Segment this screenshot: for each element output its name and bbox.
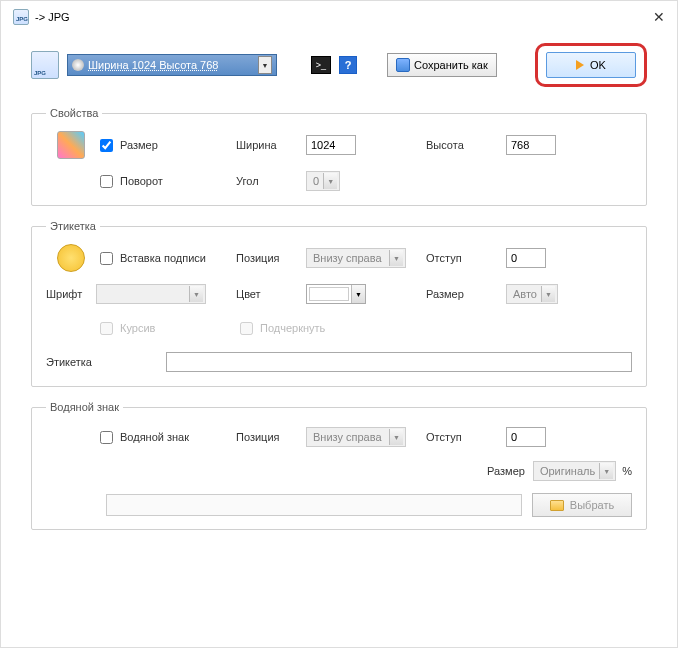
close-icon[interactable]: ✕ (653, 9, 665, 25)
label-legend: Этикетка (46, 220, 100, 232)
watermark-legend: Водяной знак (46, 401, 123, 413)
label-indent-input[interactable] (506, 248, 546, 268)
insert-caption-checkbox[interactable]: Вставка подписи (96, 249, 236, 268)
console-button[interactable]: >_ (311, 56, 331, 74)
label-position-select: Внизу справа ▼ (306, 248, 406, 268)
properties-legend: Свойства (46, 107, 102, 119)
rotate-checkbox-input[interactable] (100, 175, 113, 188)
ok-label: OK (590, 59, 606, 71)
rotate-checkbox[interactable]: Поворот (96, 172, 236, 191)
label-icon (57, 244, 85, 272)
color-swatch (309, 287, 349, 301)
label-group: Этикетка Вставка подписи Позиция Внизу с… (31, 220, 647, 387)
label-text-input[interactable] (166, 352, 632, 372)
titlebar: -> JPG ✕ (1, 1, 677, 33)
percent-label: % (622, 465, 632, 477)
watermark-group: Водяной знак Водяной знак Позиция Внизу … (31, 401, 647, 530)
wm-indent-input[interactable] (506, 427, 546, 447)
window-title: -> JPG (35, 11, 70, 23)
watermark-input[interactable] (100, 431, 113, 444)
chevron-down-icon: ▼ (389, 429, 403, 445)
save-as-label: Сохранить как (414, 59, 488, 71)
color-select[interactable]: ▼ (306, 284, 366, 304)
browse-label: Выбрать (570, 499, 614, 511)
properties-icon (57, 131, 85, 159)
font-size-select: Авто ▼ (506, 284, 558, 304)
height-label: Высота (426, 139, 506, 151)
label-position-label: Позиция (236, 252, 306, 264)
font-label: Шрифт (46, 288, 96, 300)
folder-icon (550, 500, 564, 511)
chevron-down-icon: ▼ (258, 56, 272, 74)
wm-size-select: Оригиналь ▼ (533, 461, 616, 481)
chevron-down-icon: ▼ (323, 173, 337, 189)
wm-position-label: Позиция (236, 431, 306, 443)
underline-checkbox: Подчеркнуть (236, 319, 325, 338)
chevron-down-icon: ▼ (389, 250, 403, 266)
jpg-icon (31, 51, 59, 79)
wm-size-label: Размер (487, 465, 525, 477)
browse-button: Выбрать (532, 493, 632, 517)
dialog-window: -> JPG ✕ Ширина 1024 Высота 768 ▼ >_ ? С… (0, 0, 678, 648)
size-preset-dropdown[interactable]: Ширина 1024 Высота 768 ▼ (67, 54, 277, 76)
angle-select: 0 ▼ (306, 171, 340, 191)
color-label: Цвет (236, 288, 306, 300)
font-size-label: Размер (426, 288, 506, 300)
ok-button[interactable]: OK (546, 52, 636, 78)
chevron-down-icon: ▼ (541, 286, 555, 302)
watermark-checkbox[interactable]: Водяной знак (96, 428, 236, 447)
disk-icon (396, 58, 410, 72)
label-indent-label: Отступ (426, 252, 506, 264)
height-input[interactable] (506, 135, 556, 155)
label-text-label: Этикетка (46, 356, 166, 368)
save-as-button[interactable]: Сохранить как (387, 53, 497, 77)
width-label: Ширина (236, 139, 306, 151)
wm-position-select: Внизу справа ▼ (306, 427, 406, 447)
insert-caption-input[interactable] (100, 252, 113, 265)
ok-highlight: OK (535, 43, 647, 87)
angle-label: Угол (236, 175, 306, 187)
chevron-down-icon: ▼ (599, 463, 613, 479)
toolbar: Ширина 1024 Высота 768 ▼ >_ ? Сохранить … (31, 43, 647, 87)
app-icon (13, 9, 29, 25)
underline-input (240, 322, 253, 335)
size-checkbox[interactable]: Размер (96, 136, 236, 155)
size-preset-text: Ширина 1024 Высота 768 (88, 59, 258, 71)
arrow-right-icon (576, 60, 584, 70)
help-button[interactable]: ? (339, 56, 357, 74)
size-checkbox-input[interactable] (100, 139, 113, 152)
width-input[interactable] (306, 135, 356, 155)
chevron-down-icon: ▼ (351, 285, 365, 303)
italic-input (100, 322, 113, 335)
gear-icon (72, 59, 84, 71)
properties-group: Свойства Размер Ширина Высота Поворот Уг… (31, 107, 647, 206)
watermark-path-input (106, 494, 522, 516)
italic-checkbox: Курсив (96, 319, 236, 338)
font-select: ▼ (96, 284, 206, 304)
chevron-down-icon: ▼ (189, 286, 203, 302)
wm-indent-label: Отступ (426, 431, 506, 443)
